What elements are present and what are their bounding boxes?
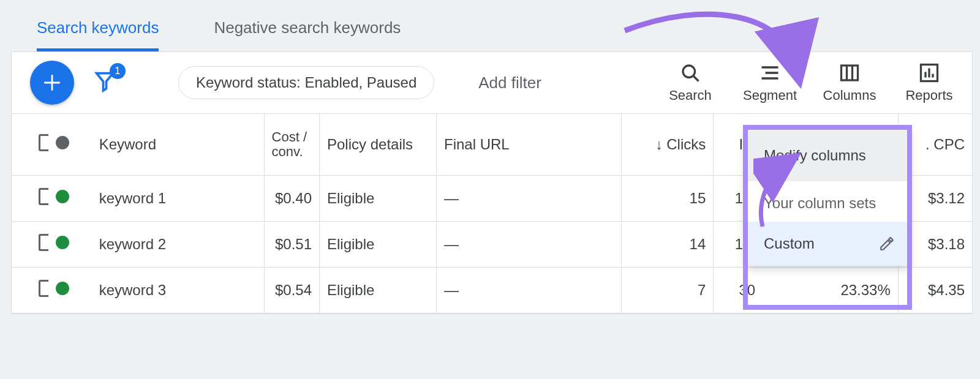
edit-icon[interactable]: [879, 236, 895, 252]
cell-url: —: [436, 222, 621, 268]
cell-policy: Eligible: [320, 268, 437, 313]
filter-chip-status[interactable]: Keyword status: Enabled, Paused: [178, 66, 434, 99]
search-icon: [679, 62, 701, 84]
cell-keyword: keyword 2: [92, 222, 264, 268]
cell-clicks: 15: [621, 176, 714, 222]
status-header-icon: [56, 136, 69, 149]
col-policy[interactable]: Policy details: [320, 114, 437, 176]
status-enabled-icon: [56, 236, 69, 249]
sort-desc-icon: ↓: [655, 136, 663, 152]
plus-icon: [42, 72, 62, 93]
tool-segment-label: Segment: [743, 88, 797, 103]
filter-button[interactable]: 1: [92, 69, 117, 96]
row-checkbox[interactable]: [39, 188, 48, 205]
cell-clicks: 14: [621, 222, 714, 268]
add-filter-button[interactable]: Add filter: [478, 73, 541, 92]
cell-policy: Eligible: [320, 176, 437, 222]
tool-search[interactable]: Search: [660, 62, 721, 103]
status-enabled-icon: [56, 282, 69, 295]
col-clicks[interactable]: ↓Clicks: [621, 114, 714, 176]
tool-columns[interactable]: Columns: [819, 62, 880, 103]
reports-icon: [918, 62, 940, 84]
tab-search-keywords[interactable]: Search keywords: [37, 18, 159, 51]
add-keyword-button[interactable]: [30, 61, 74, 105]
row-checkbox[interactable]: [39, 280, 48, 297]
cell-url: —: [436, 268, 621, 313]
toolbar: 1 Keyword status: Enabled, Paused Add fi…: [12, 52, 972, 114]
select-all-checkbox[interactable]: [39, 134, 48, 151]
cost-conv-l1: Cost /: [272, 130, 312, 144]
cell-keyword: keyword 3: [92, 268, 264, 313]
cell-cost: $0.51: [264, 222, 319, 268]
tool-columns-label: Columns: [823, 88, 876, 103]
tool-search-label: Search: [669, 88, 712, 103]
svg-line-1: [693, 76, 698, 81]
svg-rect-5: [842, 66, 858, 80]
cell-policy: Eligible: [320, 222, 437, 268]
cell-impr: 30: [714, 268, 763, 313]
cell-url: —: [436, 176, 621, 222]
columns-icon: [839, 62, 861, 84]
row-checkbox[interactable]: [39, 234, 48, 251]
cell-clicks: 7: [621, 268, 714, 313]
col-keyword[interactable]: Keyword: [92, 114, 264, 176]
column-set-custom[interactable]: Custom: [745, 222, 910, 266]
cell-keyword: keyword 1: [92, 176, 264, 222]
cost-conv-l2: conv.: [272, 144, 312, 159]
cell-cpc: $4.35: [898, 268, 972, 313]
filter-count-badge: 1: [110, 63, 126, 79]
cell-cost: $0.54: [264, 268, 319, 313]
modify-columns-item[interactable]: Modify columns: [745, 130, 910, 181]
tool-reports[interactable]: Reports: [899, 62, 960, 103]
tab-bar: Search keywords Negative search keywords: [0, 0, 980, 51]
segment-icon: [759, 62, 781, 84]
columns-dropdown: Modify columns Your column sets Custom: [745, 130, 910, 266]
col-cost-conv[interactable]: Cost / conv.: [264, 114, 319, 176]
tool-reports-label: Reports: [905, 88, 952, 103]
tab-negative-keywords[interactable]: Negative search keywords: [214, 18, 401, 51]
tool-segment[interactable]: Segment: [739, 62, 801, 103]
table-row[interactable]: keyword 3 $0.54 Eligible — 7 30 23.33% $…: [12, 268, 972, 313]
cell-extra: 23.33%: [763, 268, 898, 313]
status-enabled-icon: [56, 190, 69, 203]
cell-cost: $0.40: [264, 176, 319, 222]
col-final-url[interactable]: Final URL: [436, 114, 621, 176]
svg-point-0: [683, 66, 695, 78]
column-set-custom-label: Custom: [764, 235, 815, 252]
your-column-sets-header: Your column sets: [745, 181, 910, 222]
